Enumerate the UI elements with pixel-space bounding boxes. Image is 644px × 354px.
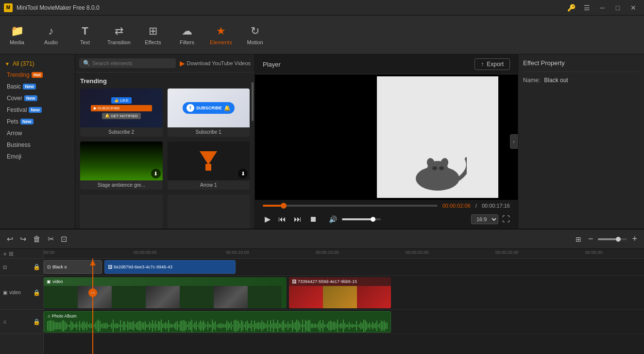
- toolbar-media[interactable]: 📁 Media: [0, 18, 34, 52]
- sidebar-item-emoji[interactable]: Emoji: [0, 151, 75, 162]
- maximize-button[interactable]: □: [611, 1, 625, 15]
- waveform-bar: [85, 323, 86, 328]
- player-area: Player ↑ Export: [255, 54, 518, 229]
- waveform-bar: [79, 321, 80, 331]
- next-frame-button[interactable]: ⏭: [292, 214, 304, 225]
- toolbar-effects[interactable]: ⊞ Effects: [136, 18, 170, 52]
- waveform-bar: [203, 320, 204, 331]
- waveform-bar: [231, 321, 232, 330]
- element-card-subscribe2[interactable]: 👍 LIKE ▶ SUBSCRIBE 🔔 GET NOTIFIED Subscr…: [80, 88, 163, 137]
- effects-lock-button[interactable]: 🔒: [33, 264, 40, 270]
- waveform-bar: [135, 324, 136, 328]
- waveform-bar: [62, 320, 63, 331]
- waveform-bar: [384, 320, 385, 331]
- element-card-placeholder2[interactable]: [168, 195, 250, 229]
- stage-download-icon[interactable]: ⬇: [151, 169, 161, 178]
- sub1-label: SUBSCRIBE: [196, 106, 222, 110]
- waveform-bar: [261, 320, 262, 331]
- toolbar-motion[interactable]: ↻ Motion: [238, 18, 272, 52]
- basic-badge: New: [23, 84, 36, 89]
- toolbar-audio[interactable]: ♪ Audio: [34, 18, 68, 52]
- ruler-mark-10: 00:00:10:00: [226, 249, 249, 255]
- snap-button[interactable]: ⊞: [9, 250, 14, 257]
- video-lock-button[interactable]: 🔒: [33, 289, 40, 296]
- ratio-select[interactable]: 16:9 9:16 1:1: [471, 214, 498, 224]
- export-button[interactable]: ↑ Export: [475, 58, 510, 70]
- fullscreen-button[interactable]: ⛶: [502, 215, 510, 224]
- crop-button[interactable]: ⊡: [59, 232, 69, 246]
- element-card-stage[interactable]: ⬇ Stage ambience gre...: [80, 142, 163, 190]
- zoom-in-plus[interactable]: +: [630, 232, 639, 246]
- content-search-bar: 🔍 ▶ Download YouTube Videos: [75, 54, 254, 72]
- waveform-bar: [177, 321, 178, 331]
- progress-bar[interactable]: [263, 205, 438, 207]
- sidebar-item-trending[interactable]: Trending Hot: [0, 69, 75, 81]
- stop-button[interactable]: ⏹: [307, 214, 319, 225]
- waveform-bar: [124, 321, 125, 330]
- clip-black-out[interactable]: ⊡ Black o: [44, 260, 102, 274]
- clip-image-effect[interactable]: 🖼 6e2d879d-6ee3-4c7c-9946-43: [104, 260, 236, 274]
- sidebar-item-business[interactable]: Business: [0, 139, 75, 151]
- waveform-bar: [187, 324, 188, 327]
- waveform-bar: [324, 324, 325, 327]
- zoom-bar[interactable]: [598, 238, 627, 240]
- waveform-bar: [289, 324, 290, 328]
- minimize-button[interactable]: ─: [595, 1, 609, 15]
- menu-icon[interactable]: ☰: [580, 1, 593, 15]
- waveform-bar: [314, 324, 315, 328]
- progress-thumb: [281, 203, 287, 209]
- waveform-bar: [68, 325, 68, 327]
- effects-icon: ⊞: [149, 25, 157, 37]
- volume-button[interactable]: 🔊: [327, 214, 339, 224]
- delete-button[interactable]: 🗑: [31, 233, 43, 246]
- waveform-bar: [343, 319, 344, 332]
- audio-lock-button[interactable]: 🔒: [33, 319, 40, 325]
- close-button[interactable]: ✕: [627, 1, 640, 15]
- undo-button[interactable]: ↩: [5, 232, 15, 246]
- waveform-bar: [373, 323, 374, 328]
- waveform-bar: [162, 323, 163, 329]
- zoom-in-minus[interactable]: −: [586, 232, 595, 246]
- waveform-bar: [254, 320, 255, 331]
- sidebar-item-festival[interactable]: Festival New: [0, 104, 75, 116]
- toolbar-transition[interactable]: ⇄ Transition: [102, 18, 136, 52]
- prev-frame-button[interactable]: ⏮: [276, 214, 288, 225]
- audio-clip-main[interactable]: ♫ Photo Album: [44, 311, 391, 333]
- toolbar-text[interactable]: T Text: [68, 18, 102, 52]
- waveform-bar: [331, 321, 332, 330]
- sidebar-item-arrow[interactable]: Arrow: [0, 127, 75, 139]
- subscribe1-content: f SUBSCRIBE 🔔: [183, 102, 235, 114]
- audio-track-icon: ♫: [3, 319, 7, 324]
- waveform-bar: [136, 322, 137, 329]
- add-track-button[interactable]: +: [3, 250, 7, 258]
- waveform-bar: [126, 324, 127, 327]
- key-icon[interactable]: 🔑: [564, 1, 578, 15]
- waveform-bar: [175, 322, 176, 330]
- sidebar-pets-label: Pets: [7, 118, 18, 125]
- clip-black-label: Black o: [52, 265, 67, 269]
- effect-name-label: Name:: [523, 77, 540, 84]
- element-card-placeholder1[interactable]: [80, 195, 163, 229]
- arrow1-download-icon[interactable]: ⬇: [238, 169, 248, 178]
- sidebar-all-section[interactable]: ▼ All (371): [0, 58, 75, 69]
- search-input[interactable]: [92, 60, 172, 66]
- element-card-arrow1[interactable]: ⬇ Arrow 1: [168, 142, 250, 190]
- yt-download-button[interactable]: ▶ Download YouTube Videos: [180, 59, 251, 67]
- element-card-subscribe1[interactable]: f SUBSCRIBE 🔔 Subscribe 1: [168, 88, 250, 137]
- toolbar-filters[interactable]: ☁ Filters: [170, 18, 204, 52]
- panel-collapse-button[interactable]: ›: [510, 134, 518, 149]
- sidebar-item-cover[interactable]: Cover New: [0, 92, 75, 104]
- redo-button[interactable]: ↪: [18, 232, 28, 246]
- play-button[interactable]: ▶: [263, 213, 272, 225]
- sidebar-item-basic[interactable]: Basic New: [0, 81, 75, 92]
- cut-button[interactable]: ✂: [46, 232, 56, 246]
- toolbar-elements[interactable]: ★ Elements: [204, 18, 238, 52]
- sidebar-item-pets[interactable]: Pets New: [0, 116, 75, 127]
- video-clip-main2[interactable]: 🖼 73394427-559d-4e17-9bb5-15: [289, 277, 391, 308]
- video-clip-main[interactable]: ▣ video ✂: [44, 277, 287, 308]
- zoom-out-button[interactable]: ⊞: [574, 233, 583, 245]
- search-input-wrap[interactable]: 🔍: [79, 58, 176, 68]
- volume-bar[interactable]: [342, 218, 381, 220]
- video-track-row: ▣ video ✂: [44, 276, 644, 310]
- waveform-bar: [327, 323, 328, 329]
